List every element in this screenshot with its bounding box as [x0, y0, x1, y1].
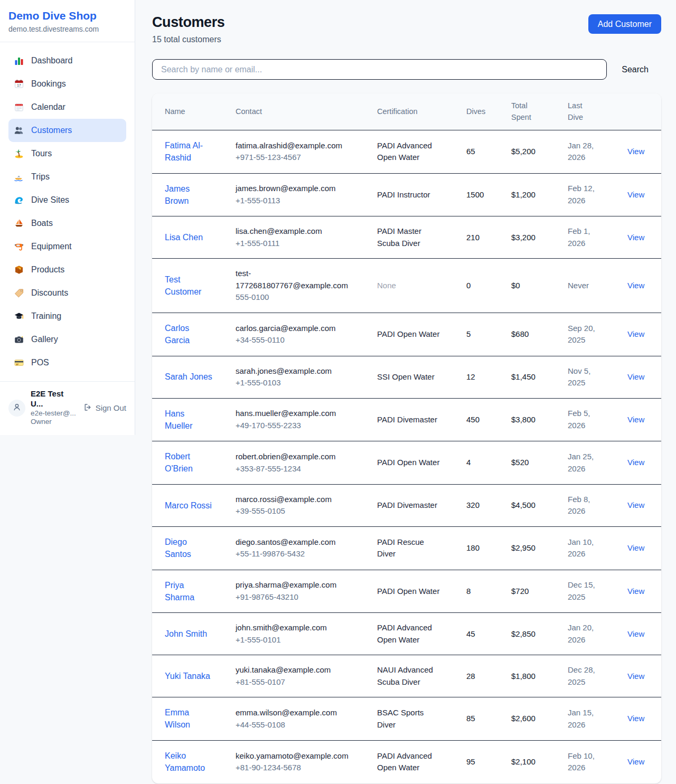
view-customer-link[interactable]: View: [627, 458, 644, 467]
sidebar-item-tours[interactable]: Tours: [8, 142, 126, 165]
customer-dives: 45: [460, 613, 505, 655]
view-customer-link[interactable]: View: [627, 147, 644, 156]
customer-name-link[interactable]: Lisa Chen: [165, 231, 203, 243]
sidebar-item-gallery[interactable]: Gallery: [8, 328, 126, 351]
customer-dives: 5: [460, 313, 505, 356]
customer-total-spent: $520: [505, 441, 561, 485]
view-customer-link[interactable]: View: [627, 672, 644, 681]
view-customer-link[interactable]: View: [627, 587, 644, 596]
customer-dives: 1500: [460, 173, 505, 216]
table-row: Keiko Yamamoto keiko.yamamoto@example.co…: [152, 740, 661, 783]
search-input[interactable]: [152, 59, 607, 80]
column-header-name: Name: [152, 93, 229, 130]
table-row: Diego Santos diego.santos@example.com +5…: [152, 526, 661, 570]
column-header-certification: Certification: [371, 93, 460, 130]
sidebar-footer: E2E Test U... e2e-tester@... Owner Sign …: [0, 381, 135, 435]
customer-total-spent: $4,500: [505, 484, 561, 526]
customer-name-link[interactable]: Sarah Jones: [165, 371, 212, 383]
sidebar-item-pos[interactable]: POS: [8, 351, 126, 374]
table-row: Emma Wilson emma.wilson@example.com +44-…: [152, 697, 661, 741]
sign-out-button[interactable]: Sign Out: [83, 403, 126, 413]
customer-email: sarah.jones@example.com: [236, 365, 353, 377]
customer-email: priya.sharma@example.com: [236, 579, 353, 591]
customer-phone: +34-555-0110: [236, 334, 353, 346]
sidebar-item-customers[interactable]: Customers: [8, 119, 126, 142]
customer-phone: +971-55-123-4567: [236, 152, 353, 164]
customer-dives: 210: [460, 216, 505, 259]
customer-name-link[interactable]: John Smith: [165, 628, 207, 640]
column-header-total-spent: Total Spent: [505, 93, 561, 130]
customer-name-link[interactable]: Hans Mueller: [165, 408, 213, 432]
main-content: Customers 15 total customers Add Custome…: [135, 0, 676, 784]
customer-name-link[interactable]: James Brown: [165, 183, 213, 207]
sidebar-item-dashboard[interactable]: Dashboard: [8, 49, 126, 72]
customer-name-link[interactable]: Priya Sharma: [165, 579, 213, 603]
wave-icon: [14, 195, 24, 205]
add-customer-button[interactable]: Add Customer: [588, 14, 661, 34]
sidebar-item-equipment[interactable]: Equipment: [8, 235, 126, 258]
shop-name[interactable]: Demo Dive Shop: [8, 10, 126, 22]
view-customer-link[interactable]: View: [627, 714, 644, 723]
sidebar-item-trips[interactable]: Trips: [8, 165, 126, 188]
customer-dives: 180: [460, 526, 505, 570]
customer-certification: PADI Advanced Open Water: [377, 751, 432, 772]
customer-last-dive: Feb 10, 2026: [561, 740, 618, 783]
user-info: E2E Test U... e2e-tester@... Owner: [31, 389, 78, 427]
sidebar-nav: Dashboard 17 Bookings Calendar Customers…: [0, 42, 135, 381]
customer-name-link[interactable]: Yuki Tanaka: [165, 670, 210, 682]
sidebar-item-discounts[interactable]: Discounts: [8, 281, 126, 305]
sidebar: Demo Dive Shop demo.test.divestreams.com…: [0, 0, 135, 435]
sidebar-item-boats[interactable]: Boats: [8, 212, 126, 235]
view-customer-link[interactable]: View: [627, 190, 644, 199]
customer-email: carlos.garcia@example.com: [236, 323, 353, 335]
view-customer-link[interactable]: View: [627, 233, 644, 242]
customer-name-link[interactable]: Carlos Garcia: [165, 322, 213, 346]
view-customer-link[interactable]: View: [627, 415, 644, 424]
customer-dives: 12: [460, 356, 505, 398]
customer-last-dive: Sep 20, 2025: [561, 313, 618, 356]
customer-phone: +44-555-0108: [236, 719, 353, 731]
table-row: Lisa Chen lisa.chen@example.com +1-555-0…: [152, 216, 661, 259]
search-button[interactable]: Search: [607, 65, 661, 74]
sidebar-item-bookings[interactable]: 17 Bookings: [8, 72, 126, 96]
customer-last-dive: Dec 15, 2025: [561, 570, 618, 613]
customer-name-link[interactable]: Diego Santos: [165, 536, 213, 560]
customer-last-dive: Feb 12, 2026: [561, 173, 618, 216]
customer-name-link[interactable]: Marco Rossi: [165, 499, 212, 512]
view-customer-link[interactable]: View: [627, 757, 644, 766]
customer-certification: PADI Open Water: [377, 329, 439, 338]
sidebar-item-products[interactable]: Products: [8, 258, 126, 281]
customer-name-link[interactable]: Fatima Al-Rashid: [165, 139, 213, 164]
customer-phone: 555-0100: [236, 291, 353, 304]
view-customer-link[interactable]: View: [627, 372, 644, 381]
customer-phone: +353-87-555-1234: [236, 463, 353, 475]
user-icon: [12, 402, 22, 414]
sidebar-item-dive-sites[interactable]: Dive Sites: [8, 188, 126, 212]
sidebar-item-calendar[interactable]: Calendar: [8, 96, 126, 119]
customer-phone: +39-555-0105: [236, 505, 353, 517]
customer-name-link[interactable]: Test Customer: [165, 273, 213, 298]
customer-certification: PADI Advanced Open Water: [377, 141, 432, 162]
customer-name-link[interactable]: Robert O'Brien: [165, 450, 213, 475]
view-customer-link[interactable]: View: [627, 329, 644, 338]
customer-name-link[interactable]: Emma Wilson: [165, 706, 213, 731]
view-customer-link[interactable]: View: [627, 629, 644, 638]
customer-last-dive: Feb 8, 2026: [561, 484, 618, 526]
view-customer-link[interactable]: View: [627, 281, 644, 290]
sailboat-icon: [14, 218, 24, 229]
customer-phone: +91-98765-43210: [236, 591, 353, 603]
customer-email: john.smith@example.com: [236, 622, 353, 634]
customer-last-dive: Feb 5, 2026: [561, 398, 618, 441]
sidebar-item-training[interactable]: Training: [8, 305, 126, 328]
table-row: Fatima Al-Rashid fatima.alrashid@example…: [152, 130, 661, 173]
table-row: John Smith john.smith@example.com +1-555…: [152, 613, 661, 655]
customer-name-link[interactable]: Keiko Yamamoto: [165, 750, 213, 774]
column-header-dives: Dives: [460, 93, 505, 130]
customer-certification: PADI Open Water: [377, 458, 439, 467]
customer-total-spent: $720: [505, 570, 561, 613]
sidebar-header: Demo Dive Shop demo.test.divestreams.com: [0, 0, 135, 42]
view-customer-link[interactable]: View: [627, 543, 644, 552]
view-customer-link[interactable]: View: [627, 500, 644, 509]
customer-last-dive: Never: [561, 259, 618, 313]
customer-phone: +1-555-0111: [236, 238, 353, 250]
